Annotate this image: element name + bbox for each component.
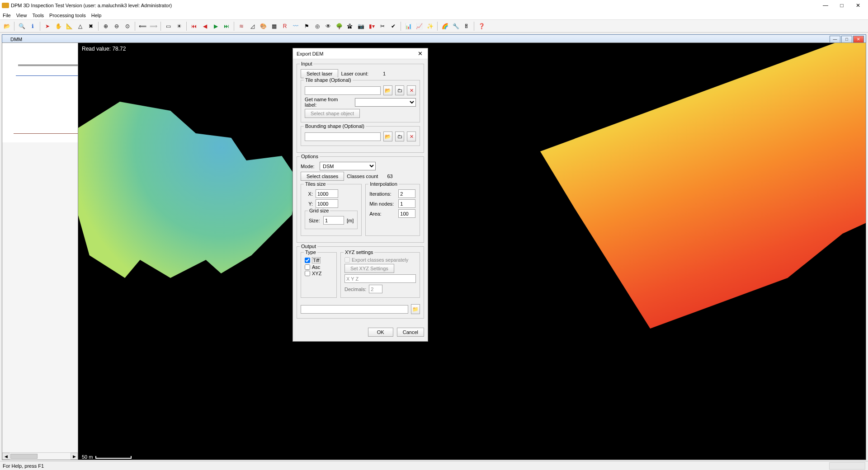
open-icon[interactable]: 📂 [2,21,12,31]
dialog-close-button[interactable]: ✕ [416,50,424,58]
decimals-input [369,285,382,293]
get-name-select[interactable] [355,98,416,107]
grid-icon[interactable]: ▦ [269,21,279,31]
menu-file[interactable]: File [3,13,11,18]
dialog-title-text: Export DEM [297,51,323,56]
camera-icon[interactable]: 📷 [356,21,366,31]
window-title: DPM 3D Inspection Test Version (user: a.… [11,3,172,8]
area-input[interactable] [398,209,415,218]
layers-icon[interactable]: ≋ [236,21,246,31]
select-laser-button[interactable]: Select laser [301,69,338,78]
select-rect-icon[interactable]: ▭ [163,21,173,31]
scrollbar-thumb[interactable] [10,454,38,459]
tile-shape-open-icon[interactable]: 📂 [383,85,392,95]
bounding-clear-icon[interactable]: ✕ [407,132,416,141]
eye-icon[interactable]: 👁 [323,21,333,31]
scissors-icon[interactable]: ✂ [377,21,387,31]
size-label: Size: [309,218,321,223]
road-icon[interactable]: 🛣 [345,21,355,31]
grid-size-input[interactable] [323,216,344,225]
minimize-button[interactable]: — [817,1,834,10]
maximize-button[interactable]: □ [834,1,850,10]
last-icon[interactable]: ⏭ [222,21,231,31]
forward-icon[interactable]: ⟹ [148,21,158,31]
flag-icon[interactable]: ⚑ [302,21,311,31]
tile-shape-browse-icon[interactable]: 🗀 [395,85,404,95]
target-icon[interactable]: ◎ [312,21,322,31]
laser-count-value: 1 [383,71,386,76]
angle-icon[interactable]: △ [75,21,85,31]
pan-icon[interactable]: ✋ [53,21,63,31]
bounding-shape-input[interactable] [305,132,381,141]
zoom-fit-icon[interactable]: ⊙ [123,21,132,31]
menu-help[interactable]: Help [91,13,102,18]
viewport: ◀ ▶ Read value: 78.72 50 m [2,42,866,460]
menu-processing-tools[interactable]: Processing tools [49,13,86,18]
chart-icon[interactable]: 📊 [403,21,413,31]
palette-icon[interactable]: 🎨 [258,21,268,31]
subwindow-icon [4,37,10,42]
app-icon [2,3,9,8]
prev-icon[interactable]: ◀ [200,21,210,31]
tile-shape-input[interactable] [305,86,381,95]
subwindow-close-button[interactable]: ✕ [853,36,864,43]
interpolation-group: Interpolation Iterations: Min nodes: Are… [365,184,420,236]
profile-icon[interactable]: 📈 [414,21,424,31]
help-icon[interactable]: ❓ [476,21,486,31]
y-label: Y: [305,201,313,207]
cross-icon[interactable]: ✖ [86,21,96,31]
wrench-icon[interactable]: 🔧 [451,21,461,31]
rx-icon[interactable]: R [280,21,290,31]
info-icon[interactable]: ℹ [28,21,38,31]
tiles-x-input[interactable] [316,189,338,198]
stripes-icon[interactable]: 🌈 [440,21,450,31]
measure-icon[interactable]: 📐 [64,21,74,31]
set-xyz-settings-button[interactable]: Set XYZ Settings [344,264,394,273]
canvas[interactable]: Read value: 78.72 50 m [78,43,866,460]
next-icon[interactable]: ▶ [211,21,221,31]
type-xyz-checkbox[interactable] [305,271,310,276]
close-button[interactable]: ✕ [850,1,866,10]
tile-shape-clear-icon[interactable]: ✕ [407,85,416,95]
horizontal-scrollbar[interactable]: ◀ ▶ [2,452,78,460]
scroll-right-icon[interactable]: ▶ [71,453,78,460]
min-nodes-input[interactable] [398,199,415,208]
type-asc-checkbox[interactable] [305,264,310,270]
min-nodes-label: Min nodes: [369,201,396,207]
curve-icon[interactable]: 〰 [291,21,301,31]
iterations-input[interactable] [398,189,415,198]
slope-icon[interactable]: ◿ [247,21,257,31]
bounding-shape-group: Bounding shape (Optional) 📂 🗀 ✕ [301,126,420,146]
wand-icon[interactable]: ✨ [425,21,435,31]
zoom-icon[interactable]: 🔍 [17,21,27,31]
pointer-icon[interactable]: ➤ [42,21,52,31]
menu-tools[interactable]: Tools [32,13,44,18]
marker-dropdown-icon[interactable]: ▮▾ [367,21,377,31]
menu-view[interactable]: View [16,13,27,18]
tiles-y-input[interactable] [316,199,338,208]
first-icon[interactable]: ⏮ [189,21,199,31]
output-browse-icon[interactable]: 📁 [411,304,420,314]
subwindow-minimize-button[interactable]: — [830,36,840,43]
check-icon[interactable]: ✔ [388,21,398,31]
scroll-left-icon[interactable]: ◀ [2,453,9,460]
select-classes-button[interactable]: Select classes [301,172,344,181]
laser-count-label: Laser count: [341,71,368,76]
bounding-open-icon[interactable]: 📂 [383,132,392,141]
output-path-input[interactable] [301,305,408,314]
select-shape-button[interactable]: Select shape object [305,109,360,118]
adjust-icon[interactable]: 🎚 [462,21,472,31]
side-panel: ◀ ▶ [2,43,78,460]
subwindow-maximize-button[interactable]: □ [841,36,852,43]
bounding-browse-icon[interactable]: 🗀 [395,132,404,141]
cancel-button[interactable]: Cancel [397,328,424,337]
brightness-icon[interactable]: ☀ [174,21,184,31]
zoom-in-icon[interactable]: ⊕ [101,21,111,31]
zoom-out-icon[interactable]: ⊖ [112,21,122,31]
readout-value: Read value: 78.72 [82,46,126,52]
tree-icon[interactable]: 🌳 [334,21,344,31]
ok-button[interactable]: OK [368,328,393,337]
back-icon[interactable]: ⟸ [137,21,147,31]
mode-select[interactable]: DSM [320,162,376,170]
type-tiff-checkbox[interactable] [305,258,310,263]
